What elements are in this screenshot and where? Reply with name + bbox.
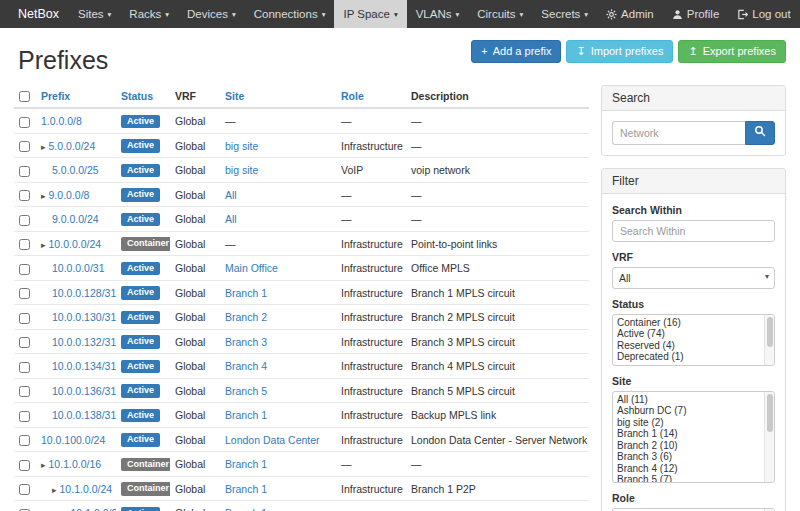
row-checkbox[interactable]: [19, 386, 30, 397]
listbox-option[interactable]: Reserved (4): [617, 340, 761, 352]
prefix-link[interactable]: 1.0.0.0/8: [41, 115, 82, 127]
nav-item-secrets[interactable]: Secrets▾: [532, 0, 597, 28]
column-sort-link[interactable]: Site: [225, 90, 244, 102]
row-select-cell: [14, 329, 36, 354]
nav-item-profile[interactable]: Profile: [663, 0, 729, 28]
row-checkbox[interactable]: [19, 239, 30, 250]
row-checkbox[interactable]: [19, 460, 30, 471]
site-link[interactable]: Branch 2: [225, 311, 267, 323]
listbox-option[interactable]: Branch 1 (14): [617, 428, 761, 440]
nav-item-sites[interactable]: Sites▾: [69, 0, 120, 28]
nav-item-circuits[interactable]: Circuits▾: [468, 0, 532, 28]
site-link[interactable]: big site: [225, 140, 258, 152]
listbox-option[interactable]: Active (74): [617, 328, 761, 340]
row-checkbox[interactable]: [19, 288, 30, 299]
import-prefixes-button[interactable]: ↧ Import prefixes: [566, 40, 673, 63]
prefix-link[interactable]: 10.0.0.132/31: [52, 336, 116, 348]
nav-item-racks[interactable]: Racks▾: [120, 0, 178, 28]
prefix-link[interactable]: 5.0.0.0/25: [52, 164, 99, 176]
prefix-link[interactable]: 9.0.0.0/24: [52, 213, 99, 225]
site-link[interactable]: big site: [225, 164, 258, 176]
row-checkbox[interactable]: [19, 411, 30, 422]
listbox-option[interactable]: Container (16): [617, 317, 761, 329]
listbox-option[interactable]: Branch 2 (10): [617, 440, 761, 452]
site-link[interactable]: Branch 1: [225, 507, 267, 511]
row-checkbox[interactable]: [19, 215, 30, 226]
nav-item-admin[interactable]: Admin: [597, 0, 663, 28]
prefix-link[interactable]: 10.1.0.0/16: [49, 458, 102, 470]
prefix-link[interactable]: 10.0.0.0/31: [52, 262, 105, 274]
nav-item-vlans[interactable]: VLANs▾: [407, 0, 469, 28]
prefix-cell: 9.0.0.0/24: [36, 207, 116, 232]
row-checkbox[interactable]: [19, 484, 30, 495]
search-input[interactable]: [612, 121, 745, 145]
vrf-select[interactable]: All: [612, 267, 775, 289]
brand-logo[interactable]: NetBox: [8, 0, 69, 28]
prefix-link[interactable]: 10.0.0.130/31: [52, 311, 116, 323]
scrollbar-thumb[interactable]: [767, 394, 773, 432]
site-link[interactable]: Branch 1: [225, 483, 267, 495]
vrf-cell: Global: [170, 452, 220, 477]
prefix-link[interactable]: 10.0.0.136/31: [52, 385, 116, 397]
row-checkbox[interactable]: [19, 190, 30, 201]
prefix-cell: ▸10.0.0.0/24: [36, 231, 116, 256]
export-prefixes-button[interactable]: ↥ Export prefixes: [678, 40, 786, 63]
add-prefix-button[interactable]: + Add a prefix: [471, 40, 561, 63]
row-select-cell: [14, 108, 36, 133]
prefix-link[interactable]: 10.0.0.0/24: [49, 238, 102, 250]
prefix-link[interactable]: 10.0.0.128/31: [52, 287, 116, 299]
column-sort-link[interactable]: Prefix: [41, 90, 70, 102]
status-scrollbar[interactable]: [764, 315, 774, 365]
search-within-input[interactable]: [612, 220, 775, 242]
prefix-link[interactable]: 5.0.0.0/24: [49, 140, 96, 152]
site-link[interactable]: Branch 1: [225, 409, 267, 421]
row-checkbox[interactable]: [19, 337, 30, 348]
row-checkbox[interactable]: [19, 313, 30, 324]
listbox-option[interactable]: All (11): [617, 394, 761, 406]
listbox-option[interactable]: Branch 5 (7): [617, 474, 761, 483]
prefix-link[interactable]: 10.1.0.0/24: [60, 483, 113, 495]
nav-item-ip-space[interactable]: IP Space▾: [334, 0, 406, 28]
role-cell: Infrastructure: [336, 476, 406, 501]
row-checkbox[interactable]: [19, 117, 30, 128]
listbox-option[interactable]: Branch 4 (12): [617, 463, 761, 475]
column-sort-link[interactable]: Status: [121, 90, 153, 102]
prefix-cell: 10.0.100.0/24: [36, 427, 116, 452]
listbox-option[interactable]: Branch 3 (6): [617, 451, 761, 463]
site-link[interactable]: Branch 1: [225, 458, 267, 470]
site-link[interactable]: All: [225, 189, 237, 201]
site-link[interactable]: Branch 5: [225, 385, 267, 397]
nav-item-devices[interactable]: Devices▾: [178, 0, 245, 28]
listbox-option[interactable]: big site (2): [617, 417, 761, 429]
row-checkbox[interactable]: [19, 435, 30, 446]
search-button[interactable]: [745, 121, 775, 145]
row-checkbox[interactable]: [19, 362, 30, 373]
nav-item-connections[interactable]: Connections▾: [245, 0, 335, 28]
column-header-site: Site: [220, 85, 336, 109]
prefix-link[interactable]: 10.0.100.0/24: [41, 434, 105, 446]
site-link[interactable]: London Data Center: [225, 434, 320, 446]
site-listbox[interactable]: All (11)Ashburn DC (7)big site (2)Branch…: [612, 391, 775, 483]
listbox-option[interactable]: Deprecated (1): [617, 351, 761, 363]
site-link[interactable]: Branch 1: [225, 287, 267, 299]
prefix-link[interactable]: 9.0.0.0/8: [49, 189, 90, 201]
status-listbox[interactable]: Container (16)Active (74)Reserved (4)Dep…: [612, 314, 775, 366]
site-link[interactable]: All: [225, 213, 237, 225]
select-all-checkbox[interactable]: [19, 91, 30, 102]
column-header-description: Description: [406, 85, 589, 109]
row-checkbox[interactable]: [19, 166, 30, 177]
site-link[interactable]: Branch 4: [225, 360, 267, 372]
site-link[interactable]: Branch 3: [225, 336, 267, 348]
prefix-link[interactable]: 10.1.0.0/25: [71, 507, 116, 511]
prefix-link[interactable]: 10.0.0.134/31: [52, 360, 116, 372]
column-sort-link[interactable]: Role: [341, 90, 364, 102]
nav-item-logout[interactable]: Log out: [728, 0, 799, 28]
site-link[interactable]: Main Office: [225, 262, 278, 274]
row-checkbox[interactable]: [19, 264, 30, 275]
prefix-link[interactable]: 10.0.0.138/31: [52, 409, 116, 421]
row-checkbox[interactable]: [19, 141, 30, 152]
site-scrollbar[interactable]: [764, 392, 774, 482]
listbox-option[interactable]: Ashburn DC (7): [617, 405, 761, 417]
scrollbar-thumb[interactable]: [767, 317, 773, 347]
vrf-cell: Global: [170, 256, 220, 281]
